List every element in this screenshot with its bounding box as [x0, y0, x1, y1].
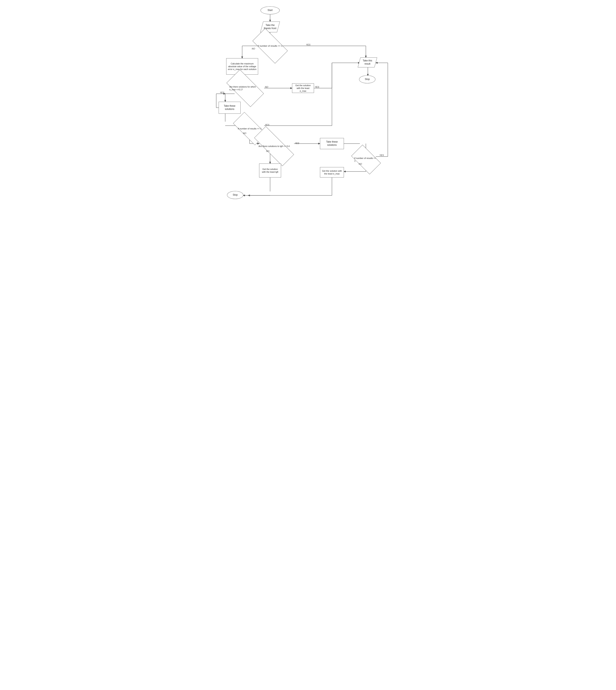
take-these-solutions-right-label: Take these solutions [320, 140, 344, 147]
get-least-emax-bottom-shape: Get the solution with the least e_max [320, 167, 344, 177]
yes2-label: YES [220, 91, 224, 94]
stop-bottom-shape: Stop [227, 191, 243, 199]
if-results-1-wrapper: if number of results == 1 [254, 37, 286, 55]
get-least-emax-top-shape: Get the solution with the least e_max [292, 83, 314, 93]
start-label: Start [266, 8, 274, 13]
get-least-tgfi-shape: Get the solution with the least tgfi [259, 163, 281, 177]
if-results-1-label: if number of results == 1 [257, 44, 284, 48]
if-results-1b-label: if number of results == 1 [237, 127, 263, 131]
start-shape: Start [261, 6, 280, 14]
get-least-emax-top-label: Get the solution with the least e_max [292, 83, 314, 93]
yes5-label: YES [379, 154, 384, 156]
are-there-tgfi-label: Are there solutions to tgfi <= 0.4 [257, 144, 291, 148]
take-these-solutions-left-shape: Take these solutions [219, 102, 241, 114]
no1-label: NO [252, 47, 255, 50]
yes3-label: YES [315, 86, 319, 88]
no4-label: NO [266, 150, 269, 152]
get-least-emax-bottom-label: Get the solution with the least e_max [320, 169, 344, 176]
yes-1b-label: YES [265, 124, 269, 126]
are-there-solutions-label: Are there solutions for which e_max <=0.… [228, 85, 262, 92]
calc-max-label: Calculate the maximum absolute value of … [226, 62, 258, 72]
flowchart-canvas: Start Take the Pareto front if number of… [208, 4, 408, 227]
stop-right-shape: Stop [359, 75, 375, 83]
stop-bottom-label: Stop [232, 193, 239, 197]
take-this-result-shape: Take this result [358, 58, 377, 67]
yes1-label: YES [306, 43, 310, 46]
yes4-label: YES [295, 142, 299, 144]
take-this-result-wrapper: Take this result [359, 58, 376, 67]
no5-label: NO [359, 163, 362, 165]
take-these-solutions-right-shape: Take these solutions [320, 138, 344, 149]
if-results-1c-label: if number of results == 1 [353, 156, 379, 163]
take-these-solutions-left-label: Take these solutions [219, 104, 240, 111]
no3-label: NO [243, 132, 246, 134]
if-results-1c-wrapper: if number of results == 1 [353, 152, 379, 168]
get-least-tgfi-label: Get the solution with the least tgfi [259, 167, 281, 174]
are-there-tgfi-wrapper: Are there solutions to tgfi <= 0.4 [254, 138, 294, 154]
no2-label: NO [265, 86, 268, 88]
are-there-solutions-wrapper: Are there solutions for which e_max <=0.… [228, 79, 262, 98]
stop-right-label: Stop [364, 77, 371, 82]
take-this-result-label: Take this result [359, 58, 376, 67]
